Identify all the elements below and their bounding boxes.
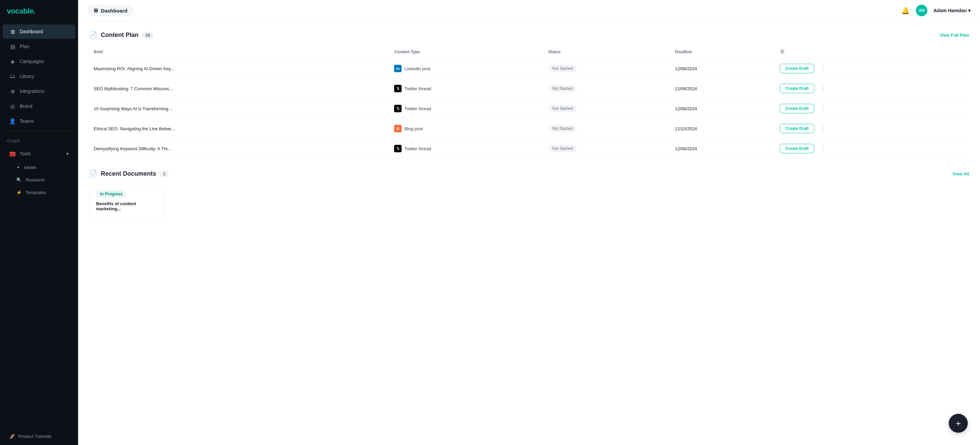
sidebar-item-label: Plan [20,44,29,49]
in-progress-badge: In Progress [96,190,127,198]
content-plan-count: 16 [142,32,153,38]
sidebar-item-dashboard[interactable]: ⊞ Dashboard [3,24,75,39]
twitter-icon: 𝕏 [394,105,402,112]
status-cell: Not Started [544,79,670,99]
sidebar-item-tools[interactable]: 🧰 Tools ▾ [3,147,75,161]
sidebar-item-plan[interactable]: ▤ Plan [3,40,75,54]
status-badge: Not Started [548,125,577,132]
status-cell: Not Started [544,59,670,79]
plan-icon: ▤ [10,43,16,49]
notification-bell-icon[interactable]: 🔔 [901,6,910,14]
sidebar-item-integrations[interactable]: ⊕ Integrations [3,84,75,98]
dashboard-button[interactable]: ⊞ Dashboard [88,5,134,16]
table-row: SEO Mythbusting: 7 Common Misconc...𝕏Twi… [89,79,969,99]
logo-prefix: voc [7,7,19,15]
more-options-button[interactable]: ⋮ [817,84,829,93]
content-type-cell: 𝕏Twitter thread [389,79,543,99]
col-status: Status [544,45,670,59]
deadline-cell: 12/06/2024 [670,139,775,159]
content-type-cell: 𝕏Twitter thread [389,99,543,119]
more-options-button[interactable]: ⋮ [817,103,829,114]
sidebar-item-brand[interactable]: ◎ Brand [3,99,75,113]
create-draft-button[interactable]: Create Draft [780,84,815,93]
sidebar-item-label: Dashboard [20,29,43,34]
col-brief: Brief [89,45,389,59]
create-draft-button[interactable]: Create Draft [780,64,815,73]
col-actions: ⚙ [775,45,969,59]
main-area: ⊞ Dashboard 🔔 AH Adam Hamdan ▾ 📄 Content… [78,0,980,445]
more-options-button[interactable]: ⋮ [817,124,829,134]
status-badge: Not Started [548,65,577,72]
sidebar-tools-label: Tools [20,151,31,156]
actions-cell: Create Draft⋮ [775,139,969,159]
user-menu[interactable]: Adam Hamdan ▾ [934,8,970,13]
sidebar-item-teams[interactable]: 👤 Teams [3,114,75,128]
brief-cell: Ethical SEO: Navigating the Line Betwe..… [89,119,389,139]
twitter-icon: 𝕏 [394,85,402,92]
sidebar-item-product-tutorials[interactable]: 🚀 Product Tutorials [3,429,75,443]
user-name-text: Adam Hamdan [934,8,967,13]
status-cell: Not Started [544,119,670,139]
avatar: AH [916,5,928,16]
recent-docs-title-text: Recent Documents [101,170,156,177]
status-badge: Not Started [548,145,577,152]
chevron-down-icon: ▾ [968,8,970,13]
view-full-plan-link[interactable]: View Full Plan [940,33,969,38]
dashboard-btn-icon: ⊞ [94,8,98,14]
logo-accent: able. [19,7,35,15]
recent-docs-header: 📄 Recent Documents 1 View All [89,169,969,178]
ideate-icon: ✦ [16,165,20,170]
logo: vocable. [0,0,78,24]
actions-cell: Create Draft⋮ [775,119,969,139]
sidebar-item-library[interactable]: 🗂 Library [3,69,75,84]
create-draft-button[interactable]: Create Draft [780,124,815,133]
sidebar-item-templates[interactable]: ⚡ Templates [3,187,75,198]
document-card[interactable]: In Progress Benefits of content marketin… [89,184,164,218]
col-deadline: Deadline [670,45,775,59]
table-row: Ethical SEO: Navigating the Line Betwe..… [89,119,969,139]
recent-docs-title: 📄 Recent Documents 1 [89,169,169,178]
sidebar-item-label: Integrations [20,89,45,94]
create-draft-button[interactable]: Create Draft [780,104,815,113]
table-row: Demystifying Keyword Difficulty: A Thr..… [89,139,969,159]
brief-cell: SEO Mythbusting: 7 Common Misconc... [89,79,389,99]
dashboard-icon: ⊞ [10,29,16,35]
integrations-icon: ⊕ [10,88,16,94]
chevron-down-icon: ▾ [66,151,68,156]
sidebar-item-ideate[interactable]: ✦ Ideate [3,162,75,173]
fab-button[interactable]: + [949,414,968,433]
brief-cell: Demystifying Keyword Difficulty: A Thr..… [89,139,389,159]
main-content: 📄 Content Plan 16 View Full Plan Brief C… [78,21,980,445]
tools-icon: 🧰 [10,150,16,157]
settings-icon[interactable]: ⚙ [780,49,784,55]
content-plan-table: Brief Content Type Status Deadline ⚙ Max… [89,45,969,159]
content-plan-header: 📄 Content Plan 16 View Full Plan [89,31,969,39]
sidebar-item-label: Brand [20,103,32,109]
deadline-cell: 12/10/2024 [670,119,775,139]
content-plan-title-text: Content Plan [101,32,138,39]
twitter-icon: 𝕏 [394,145,402,152]
campaigns-icon: ◈ [10,59,16,65]
view-all-link[interactable]: View All [953,171,969,176]
content-type-cell: 𝕏Twitter thread [389,139,543,159]
plus-icon: + [956,418,961,429]
sidebar-item-campaigns[interactable]: ◈ Campaigns [3,54,75,68]
more-options-button[interactable]: ⋮ [817,144,829,154]
sidebar-item-label: Teams [20,118,33,124]
create-draft-button[interactable]: Create Draft [780,144,815,153]
table-row: 10 Surprising Ways AI is Transforming ..… [89,99,969,119]
table-row: Maximizing ROI: Aligning AI-Driven Key..… [89,59,969,79]
sidebar-item-label: Research [26,177,45,182]
deadline-cell: 12/06/2024 [670,79,775,99]
research-icon: 🔍 [16,177,22,182]
col-content-type: Content Type [389,45,543,59]
actions-cell: Create Draft⋮ [775,99,969,119]
more-options-button[interactable]: ⋮ [817,63,829,74]
document-title: Benefits of content marketing... [96,201,156,211]
deadline-cell: 12/06/2024 [670,59,775,79]
sidebar-item-research[interactable]: 🔍 Research [3,174,75,186]
content-type-cell: BBlog post [389,119,543,139]
library-icon: 🗂 [10,73,16,79]
content-type-cell: inLinkedin post [389,59,543,79]
deadline-cell: 12/06/2024 [670,99,775,119]
